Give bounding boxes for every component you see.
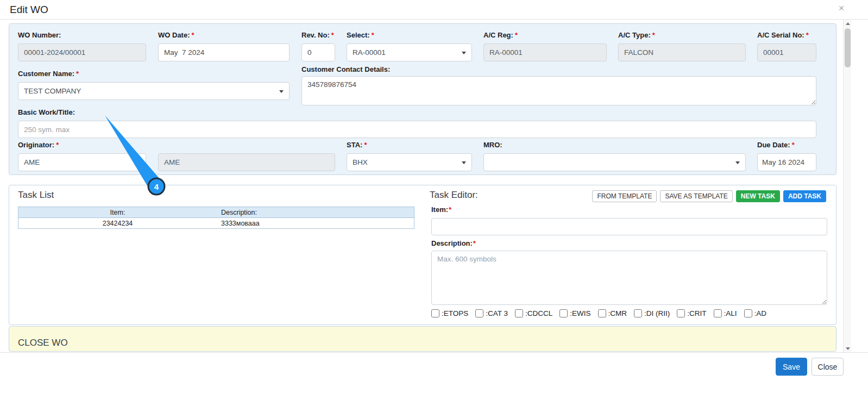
cell-item: 23424234: [18, 220, 217, 227]
mro-field: MRO:: [483, 141, 746, 171]
rev-no-input[interactable]: [301, 43, 335, 61]
required-asterisk: *: [372, 31, 374, 39]
required-asterisk: *: [652, 31, 655, 39]
close-icon[interactable]: ×: [835, 3, 847, 14]
chevron-down-icon: [462, 52, 466, 54]
sta-label: STA:: [347, 141, 362, 149]
flag-cdccl-checkbox[interactable]: [515, 309, 523, 317]
flag-cmr[interactable]: :CMR: [598, 309, 627, 317]
sta-field: STA:* BHX: [347, 141, 472, 171]
originator-label: Originator:: [18, 141, 54, 149]
rev-no-label: Rev. No:: [301, 31, 330, 39]
wo-details-panel: WO Number: WO Date:* Rev. No:* Select:* …: [9, 23, 836, 175]
new-task-button[interactable]: NEW TASK: [736, 190, 780, 202]
basic-work-title-field: Basic Work/Title:: [18, 108, 816, 138]
close-button[interactable]: Close: [812, 358, 844, 376]
flag-ad-checkbox[interactable]: [744, 309, 752, 317]
flag-cdccl[interactable]: :CDCCL: [515, 309, 552, 317]
ac-serial-input: [757, 43, 816, 61]
required-asterisk: *: [515, 31, 518, 39]
ac-serial-field: A/C Serial No:*: [757, 31, 816, 61]
footer-divider: [0, 352, 868, 353]
wo-date-input[interactable]: [158, 43, 290, 61]
required-asterisk: *: [473, 239, 476, 247]
save-button[interactable]: Save: [776, 358, 807, 376]
customer-name-select[interactable]: TEST COMPANY: [18, 82, 290, 100]
flag-ali[interactable]: :ALI: [714, 309, 737, 317]
save-as-template-button[interactable]: SAVE AS TEMPLATE: [660, 190, 732, 202]
ac-type-field: A/C Type:*: [618, 31, 746, 61]
task-table: Item: Description: 23424234 3333моваaa: [18, 207, 414, 229]
required-asterisk: *: [331, 31, 334, 39]
task-item-label: Item:: [431, 205, 448, 214]
flag-crit[interactable]: :CRIT: [677, 309, 706, 317]
task-list-title: Task List: [18, 190, 54, 201]
select-field: Select:* RA-00001: [347, 31, 472, 61]
task-item-field: Item:*: [431, 205, 827, 235]
customer-name-field: Customer Name:* TEST COMPANY: [18, 70, 290, 100]
originator-field: Originator:*: [18, 141, 146, 171]
flag-di-rii[interactable]: :DI (RII): [634, 309, 670, 317]
wo-number-input: [18, 43, 146, 61]
scroll-down-icon[interactable]: [844, 345, 852, 352]
task-description-textarea[interactable]: [431, 251, 827, 305]
wo-number-field: WO Number:: [18, 31, 146, 61]
task-description-field: Description:*: [431, 239, 827, 307]
customer-contact-label: Customer Contact Details:: [301, 65, 390, 73]
required-asterisk: *: [76, 70, 79, 78]
task-table-header: Item: Description:: [18, 207, 414, 218]
ac-type-label: A/C Type:: [618, 31, 651, 39]
customer-name-label: Customer Name:: [18, 70, 74, 78]
ac-type-input: [618, 43, 746, 61]
sta-select[interactable]: BHX: [347, 153, 472, 171]
task-editor-toolbar: FROM TEMPLATE SAVE AS TEMPLATE NEW TASK …: [592, 190, 826, 202]
scrollbar[interactable]: [843, 20, 851, 352]
basic-work-title-input[interactable]: [18, 121, 816, 138]
flag-ad[interactable]: :AD: [744, 309, 767, 317]
task-item-input[interactable]: [431, 218, 827, 235]
chevron-down-icon: [279, 90, 284, 93]
cell-description: 3333моваaa: [217, 220, 414, 227]
ac-reg-field: A/C Reg:*: [483, 31, 607, 61]
add-task-button[interactable]: ADD TASK: [783, 190, 826, 202]
ac-reg-label: A/C Reg:: [483, 31, 513, 39]
page-title: Edit WO: [10, 4, 48, 16]
wo-date-label: WO Date:: [158, 31, 190, 39]
due-date-label: Due Date:: [757, 141, 790, 149]
flag-etops-checkbox[interactable]: [431, 309, 439, 317]
column-item: Item:: [18, 209, 217, 216]
originator-input[interactable]: [18, 153, 146, 171]
edit-wo-modal: Edit WO × WO Number: WO Date:* Rev. No:*…: [0, 0, 868, 399]
flag-cmr-checkbox[interactable]: [598, 309, 606, 317]
flag-etops[interactable]: :ETOPS: [431, 309, 468, 317]
column-description: Description:: [217, 209, 414, 216]
flag-cat3-checkbox[interactable]: [475, 309, 483, 317]
tasks-panel: Task List Item: Description: 23424234 33…: [9, 185, 836, 325]
from-template-button[interactable]: FROM TEMPLATE: [592, 190, 657, 202]
mro-select[interactable]: [483, 153, 746, 171]
flag-ewis[interactable]: :EWIS: [559, 309, 590, 317]
scroll-up-icon[interactable]: [844, 20, 852, 27]
ac-serial-label: A/C Serial No:: [757, 31, 804, 39]
customer-contact-textarea[interactable]: 345789876754: [301, 76, 816, 105]
task-flags-row: :ETOPS :CAT 3 :CDCCL :EWIS :CMR :DI (RII…: [431, 309, 766, 317]
aircraft-select[interactable]: RA-00001: [347, 43, 472, 61]
flag-di-rii-checkbox[interactable]: [634, 309, 642, 317]
task-editor-title: Task Editor:: [430, 190, 478, 201]
wo-date-field: WO Date:*: [158, 31, 290, 61]
flag-crit-checkbox[interactable]: [677, 309, 685, 317]
flag-cat3[interactable]: :CAT 3: [475, 309, 508, 317]
table-row[interactable]: 23424234 3333моваaa: [18, 218, 414, 228]
required-asterisk: *: [792, 141, 795, 149]
originator-code-input: [158, 153, 335, 171]
basic-work-title-label: Basic Work/Title:: [18, 108, 75, 116]
customer-contact-field: Customer Contact Details: 345789876754: [301, 65, 816, 108]
mro-label: MRO:: [483, 141, 502, 149]
rev-no-field: Rev. No:*: [301, 31, 335, 61]
scrollbar-thumb[interactable]: [845, 28, 851, 67]
due-date-input[interactable]: [757, 153, 816, 171]
task-description-label: Description:: [431, 239, 473, 247]
close-wo-title: CLOSE WO: [18, 338, 68, 348]
flag-ali-checkbox[interactable]: [714, 309, 722, 317]
flag-ewis-checkbox[interactable]: [559, 309, 568, 317]
